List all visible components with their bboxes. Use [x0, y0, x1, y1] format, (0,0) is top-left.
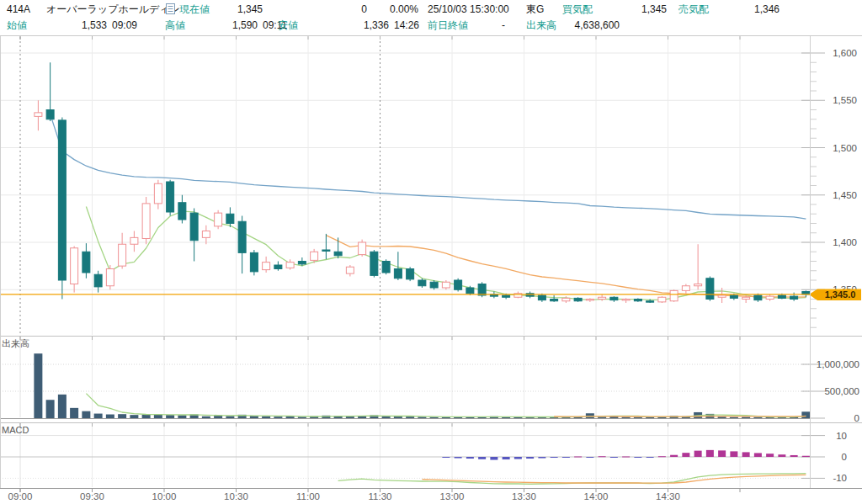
- volume-bar: [82, 411, 90, 418]
- bid-value: 1,345: [608, 3, 667, 15]
- volume-bar: [742, 416, 750, 418]
- stock-code: 414A: [7, 3, 30, 15]
- volume-bar: [622, 417, 631, 418]
- macd-histogram-bar: [526, 457, 534, 459]
- quote-detail-icon[interactable]: [165, 3, 176, 15]
- volume-bar: [274, 416, 282, 418]
- candle-body: [407, 269, 414, 279]
- low-value: 1,336: [313, 19, 389, 31]
- candle-body: [599, 297, 606, 299]
- chart-area[interactable]: 1,6001,5501,5001,4501,4001,3501,345.01,0…: [0, 35, 862, 504]
- volume-bar: [262, 416, 270, 418]
- time-tick-label: 09:30: [80, 491, 104, 501]
- stock-name: オーバーラップホールディン: [46, 3, 180, 15]
- open-time: 09:09: [112, 19, 137, 31]
- macd-histogram-bar: [599, 456, 606, 457]
- candle-body: [622, 300, 630, 300]
- candle-body: [658, 297, 666, 302]
- candle-body: [322, 250, 330, 251]
- macd-signal-line: [422, 475, 806, 483]
- candle-body: [311, 252, 318, 260]
- candle-body: [346, 267, 354, 273]
- price-tick-label: 1,550: [833, 95, 857, 105]
- candle-body: [106, 269, 114, 286]
- macd-histogram-bar: [538, 457, 545, 459]
- candle-body: [263, 263, 270, 270]
- macd-histogram-bar: [503, 457, 510, 459]
- candle-body: [694, 284, 702, 286]
- macd-histogram-bar: [766, 454, 774, 457]
- current-price-value: 1,345: [202, 3, 263, 15]
- low-time: 14:26: [394, 19, 419, 31]
- stock-chart-svg[interactable]: 1,6001,5501,5001,4501,4001,3501,345.01,0…: [0, 0, 862, 504]
- candle-body: [706, 279, 714, 300]
- candle-body: [382, 262, 390, 273]
- candle-body: [370, 252, 378, 275]
- candle-body: [82, 252, 90, 273]
- candle-body: [359, 242, 366, 255]
- candle-body: [551, 300, 558, 301]
- macd-histogram-bar: [562, 457, 570, 458]
- volume-bar: [202, 416, 210, 418]
- candle-body: [682, 286, 689, 291]
- candle-body: [94, 274, 102, 287]
- quote-header: 414A オーバーラップホールディン 現在値 1,345 0 0.00% 25/…: [0, 0, 862, 36]
- volume-bar: [286, 416, 295, 418]
- low-label: 安値: [278, 19, 298, 31]
- candle-body: [274, 265, 282, 269]
- candle-body: [250, 252, 258, 272]
- volume-bar: [418, 416, 426, 418]
- macd-histogram-bar: [574, 456, 582, 457]
- candle-body: [790, 296, 798, 299]
- candle-body: [742, 297, 750, 299]
- macd-histogram-bar: [730, 451, 737, 457]
- change-percent: 0.00%: [373, 3, 418, 15]
- time-tick-label: 14:30: [656, 491, 680, 501]
- volume-bar: [382, 416, 391, 418]
- volume-bar: [142, 415, 151, 418]
- price-tick-label: 1,450: [833, 190, 857, 200]
- candle-body: [670, 290, 678, 300]
- candle-body: [226, 214, 234, 223]
- candle-body: [298, 262, 306, 264]
- volume-pane-label: 出来高: [2, 339, 29, 348]
- high-label: 高値: [165, 19, 185, 31]
- candle-body: [718, 295, 726, 297]
- macd-histogram-bar: [706, 450, 714, 457]
- time-axis: 09:0009:3010:0010:3011:0011:3013:0013:30…: [0, 488, 862, 501]
- open-value: 1,533: [38, 19, 107, 31]
- current-price-badge: 1,345.0: [809, 289, 861, 300]
- candle-body: [130, 237, 138, 244]
- price-tick-label: 1,500: [833, 143, 857, 153]
- volume-bar: [753, 417, 762, 418]
- candle-body: [562, 298, 570, 300]
- candle-body: [286, 263, 294, 268]
- macd-histogram: [442, 450, 810, 460]
- ask-label: 売気配: [678, 3, 709, 15]
- candle-body: [142, 204, 150, 239]
- candle-body: [766, 296, 774, 299]
- macd-histogram-bar: [551, 457, 558, 458]
- volume-bar: [118, 414, 126, 418]
- volume-bar: [406, 416, 414, 418]
- volume-bar: [598, 416, 606, 418]
- macd-histogram-bar: [490, 457, 498, 460]
- volume-bar: [34, 353, 42, 418]
- macd-histogram-bar: [718, 450, 726, 457]
- candle-body: [778, 295, 785, 298]
- volume-bar: [94, 414, 103, 418]
- current-price-badge-label: 1,345.0: [825, 289, 856, 300]
- macd-histogram-bar: [670, 455, 678, 457]
- vwap-line: [51, 114, 806, 220]
- market-segment: 東G: [526, 3, 544, 15]
- volume-bar: [730, 417, 738, 418]
- candle-body: [71, 248, 78, 284]
- macd-histogram-bar: [442, 457, 450, 458]
- volume-bar: [166, 415, 174, 418]
- change-value: 0: [303, 3, 367, 15]
- macd-tick-label: -10: [833, 473, 847, 483]
- volume-bar: [298, 416, 306, 418]
- volume-tick-label: 0: [854, 413, 859, 423]
- candle-body: [634, 300, 641, 301]
- macd-histogram-bar: [694, 451, 702, 457]
